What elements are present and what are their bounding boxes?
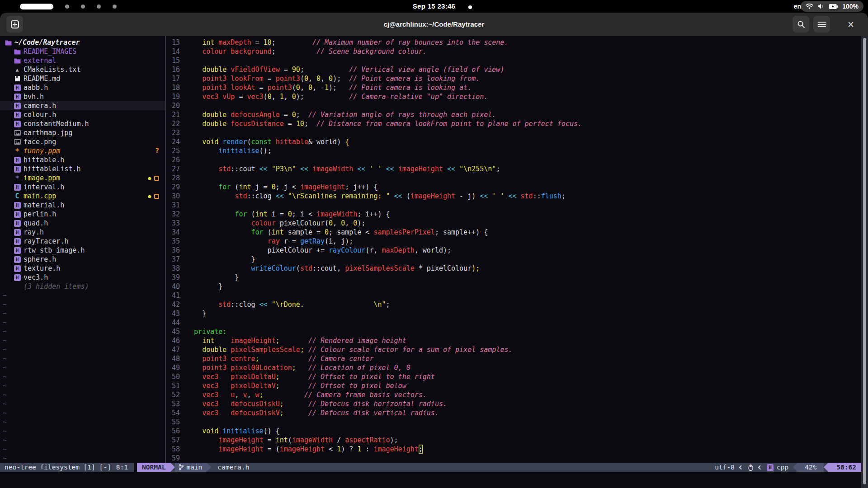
tree-item-face.png[interactable]: face.png xyxy=(0,137,165,146)
code-line-16[interactable]: 16 double vFieldOfView = 90; // Vertical… xyxy=(167,65,857,74)
code-line-18[interactable]: 18 point3 lookAt = point3(0, 0, -1); // … xyxy=(167,83,857,92)
tree-item-camera.h[interactable]: Hcamera.h xyxy=(0,101,165,110)
code-line-50[interactable]: 50 vec3 pixelDeltaU; // Offset to pixel … xyxy=(167,372,857,381)
menu-button[interactable] xyxy=(813,16,830,33)
code-line-28[interactable]: 28 xyxy=(167,174,857,183)
tree-item-bvh.h[interactable]: Hbvh.h xyxy=(0,92,165,101)
tree-item-main.cpp[interactable]: Cmain.cpp● xyxy=(0,192,165,201)
tree-item-funny.ppm[interactable]: *funny.ppm? xyxy=(0,146,165,155)
code-line-15[interactable]: 15 xyxy=(167,56,857,65)
code-line-22[interactable]: 22 double focusDistance = 10; // Distanc… xyxy=(167,119,857,128)
tree-item-texture.h[interactable]: Htexture.h xyxy=(0,264,165,273)
code-token: ); xyxy=(390,436,398,445)
code-line-38[interactable]: 38 writeColour(std::cout, pixelSamplesSc… xyxy=(167,264,857,273)
tree-item-vec3.h[interactable]: Hvec3.h xyxy=(0,273,165,282)
tree-item-readme.md[interactable]: README.md xyxy=(0,74,165,83)
code-token xyxy=(186,192,235,201)
code-line-19[interactable]: 19 vec3 vUp = vec3(0, 1, 0); // Camera-r… xyxy=(167,92,857,101)
tree-item-label: camera.h xyxy=(24,102,56,110)
code-line-17[interactable]: 17 point3 lookFrom = point3(0, 0, 0); //… xyxy=(167,74,857,83)
filetype-label: cpp xyxy=(777,464,788,471)
code-token xyxy=(186,237,268,246)
code-line-31[interactable]: 31 xyxy=(167,201,857,210)
code-line-47[interactable]: 47 double pixelSamplesScale; // Colour s… xyxy=(167,345,857,354)
tree-item--code-raytracer[interactable]: ~/Code/Raytracer xyxy=(0,38,165,47)
code-line-54[interactable]: 54 vec3 defocusDiskV; // Defocus disk ve… xyxy=(167,408,857,418)
keyboard-layout-indicator[interactable]: en xyxy=(794,0,801,13)
code-line-56[interactable]: 56 void initialise() { xyxy=(167,427,857,436)
tree-item-readme-images[interactable]: README_IMAGES xyxy=(0,47,165,56)
tree-item-quad.h[interactable]: Hquad.h xyxy=(0,219,165,228)
code-token xyxy=(284,399,308,408)
code-line-58[interactable]: 58 imageHeight = (imageHeight < 1) ? 1 :… xyxy=(167,445,857,454)
code-line-21[interactable]: 21 double defocusAngle = 0; // Variation… xyxy=(167,110,857,119)
tree-item--3-hidden-items-[interactable]: (3 hidden items) xyxy=(0,282,165,291)
code-line-57[interactable]: 57 imageHeight = int(imageWidth / aspect… xyxy=(167,436,857,445)
tree-item-cmakelists.txt[interactable]: ▲CMakeLists.txt xyxy=(0,65,165,74)
code-line-13[interactable]: 13 int maxDepth = 10; // Maximum number … xyxy=(167,38,857,47)
code-token: imageHeight xyxy=(218,445,263,454)
tree-item-aabb.h[interactable]: Haabb.h xyxy=(0,83,165,92)
code-line-59[interactable]: 59 xyxy=(167,454,857,463)
tree-item-hittable.h[interactable]: Hhittable.h xyxy=(0,155,165,164)
code-line-14[interactable]: 14 colour background; // Scene backgroun… xyxy=(167,47,857,56)
code-line-36[interactable]: 36 pixelColour += rayColour(r, maxDepth,… xyxy=(167,246,857,255)
code-editor[interactable]: 13 int maxDepth = 10; // Maximum number … xyxy=(167,38,857,463)
code-line-34[interactable]: 34 for (int sample = 0; sample < samples… xyxy=(167,228,857,237)
window-title[interactable]: cj@archlinux:~/Code/Raytracer xyxy=(0,13,868,36)
code-line-25[interactable]: 25 initialise(); xyxy=(167,146,857,155)
code-line-40[interactable]: 40 } xyxy=(167,282,857,291)
tree-item-external[interactable]: external xyxy=(0,56,165,65)
code-line-51[interactable]: 51 vec3 pixelDeltaV; // Offset to pixel … xyxy=(167,381,857,390)
code-token: ); xyxy=(472,264,480,273)
code-line-35[interactable]: 35 ray r = getRay(i, j); xyxy=(167,237,857,246)
tree-item-sphere.h[interactable]: Hsphere.h xyxy=(0,255,165,264)
tree-item-interval.h[interactable]: Hinterval.h xyxy=(0,183,165,192)
code-token: 0 xyxy=(329,74,333,83)
code-line-23[interactable]: 23 xyxy=(167,128,857,137)
close-button[interactable]: ✕ xyxy=(844,18,857,31)
tree-item-colour.h[interactable]: Hcolour.h xyxy=(0,110,165,119)
code-line-41[interactable]: 41 xyxy=(167,291,857,300)
code-line-30[interactable]: 30 std::clog << "\rScanlines remaining: … xyxy=(167,192,857,201)
code-token: } xyxy=(186,282,222,291)
code-line-53[interactable]: 53 vec3 defocusDiskU; // Defocus disk ho… xyxy=(167,399,857,408)
search-button[interactable] xyxy=(793,16,809,33)
code-line-24[interactable]: 24 void render(const hittable& world) { xyxy=(167,137,857,146)
clock[interactable]: Sep 15 23:46 xyxy=(0,0,868,13)
code-line-45[interactable]: 45 private: xyxy=(167,327,857,336)
scrollbar-thumb[interactable] xyxy=(863,38,866,484)
code-token: centre xyxy=(231,354,255,363)
tree-item-hittablelist.h[interactable]: HhittableList.h xyxy=(0,164,165,174)
tree-item-material.h[interactable]: Hmaterial.h xyxy=(0,201,165,210)
code-line-44[interactable]: 44 xyxy=(167,318,857,327)
system-tray[interactable]: 100% xyxy=(801,1,863,12)
code-line-49[interactable]: 49 point3 pixel00Location; // Location o… xyxy=(167,363,857,372)
tree-item-image.ppm[interactable]: *image.ppm● xyxy=(0,174,165,183)
code-line-48[interactable]: 48 point3 centre; // Camera center xyxy=(167,354,857,363)
code-line-33[interactable]: 33 colour pixelColour(0, 0, 0); xyxy=(167,219,857,228)
tree-item-constantmedium.h[interactable]: HconstantMedium.h xyxy=(0,119,165,128)
code-line-27[interactable]: 27 std::cout << "P3\n" << imageWidth << … xyxy=(167,164,857,174)
code-token: = xyxy=(264,74,276,83)
code-token: u xyxy=(231,390,235,399)
code-line-26[interactable]: 26 xyxy=(167,155,857,164)
code-line-29[interactable]: 29 for (int j = 0; j < imageHeight; j++)… xyxy=(167,183,857,192)
tree-item-rtw-stb-image.h[interactable]: Hrtw_stb_image.h xyxy=(0,246,165,255)
mode-indicator: NORMAL xyxy=(137,463,170,472)
code-line-42[interactable]: 42 std::clog << "\rDone. \n"; xyxy=(167,300,857,309)
code-line-55[interactable]: 55 xyxy=(167,418,857,427)
code-line-52[interactable]: 52 vec3 u, v, w; // Camera frame basis v… xyxy=(167,390,857,399)
scrollbar-track[interactable] xyxy=(861,36,868,488)
code-line-43[interactable]: 43 } xyxy=(167,309,857,318)
code-line-39[interactable]: 39 } xyxy=(167,273,857,282)
code-line-20[interactable]: 20 xyxy=(167,101,857,110)
tree-item-ray.h[interactable]: Hray.h xyxy=(0,228,165,237)
tree-item-earthmap.jpg[interactable]: earthmap.jpg xyxy=(0,128,165,137)
code-line-37[interactable]: 37 } xyxy=(167,255,857,264)
terminal-content: ~/Code/RaytracerREADME_IMAGESexternal▲CM… xyxy=(0,36,868,488)
code-line-32[interactable]: 32 for (int i = 0; i < imageWidth; i++) … xyxy=(167,210,857,219)
tree-item-perlin.h[interactable]: Hperlin.h xyxy=(0,210,165,219)
code-line-46[interactable]: 46 int imageHeight; // Rendered image he… xyxy=(167,336,857,345)
tree-item-raytracer.h[interactable]: HrayTracer.h xyxy=(0,237,165,246)
